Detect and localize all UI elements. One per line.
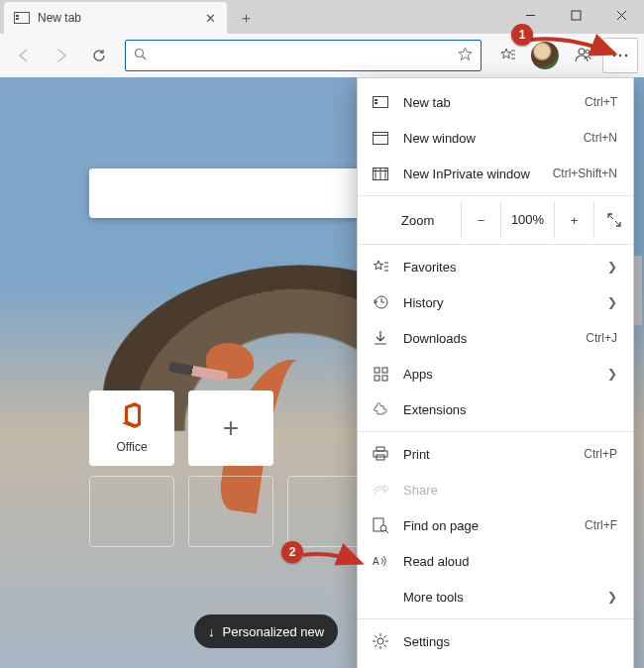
chevron-right-icon: ❯ [607, 367, 617, 381]
personalized-news-pill[interactable]: ↓ Personalized new [194, 614, 338, 648]
quick-tiles: Office + [89, 390, 376, 547]
menu-print[interactable]: Print Ctrl+P [358, 436, 633, 472]
back-button[interactable] [6, 38, 42, 73]
menu-more-tools[interactable]: More tools ❯ [358, 579, 633, 614]
window-titlebar: New tab ✕ ＋ [0, 0, 644, 34]
newtab-icon [372, 93, 389, 111]
svg-text:A: A [373, 556, 379, 567]
news-pill-label: Personalized new [223, 624, 325, 639]
down-arrow-icon: ↓ [208, 624, 215, 639]
find-icon [372, 516, 389, 534]
window-close-button[interactable] [598, 0, 644, 30]
menu-share: Share [358, 472, 633, 507]
menu-extensions[interactable]: Extensions [358, 391, 633, 427]
tab-close-button[interactable]: ✕ [201, 9, 219, 27]
menu-separator [358, 431, 633, 432]
newtab-page-icon [14, 10, 30, 26]
window-maximize-button[interactable] [553, 0, 598, 30]
menu-shortcut: Ctrl+P [584, 447, 617, 461]
svg-rect-20 [374, 132, 388, 144]
annotation-arrow-2 [301, 547, 371, 571]
svg-line-38 [385, 530, 388, 533]
menu-new-window[interactable]: New window Ctrl+N [358, 120, 633, 156]
scrollbar-thumb[interactable] [634, 256, 642, 325]
history-icon [372, 293, 389, 311]
chevron-right-icon: ❯ [607, 260, 617, 274]
tab-title: New tab [38, 11, 81, 25]
menu-shortcut: Ctrl+Shift+N [553, 167, 617, 180]
svg-rect-2 [16, 18, 19, 20]
tile-empty[interactable] [188, 476, 273, 547]
tile-add[interactable]: + [188, 390, 273, 466]
svg-point-16 [625, 55, 627, 56]
annotation-badge-1: 1 [511, 24, 533, 46]
menu-new-inprivate[interactable]: New InPrivate window Ctrl+Shift+N [358, 156, 633, 191]
zoom-in-button[interactable]: + [554, 201, 593, 239]
menu-apps[interactable]: Apps ❯ [358, 356, 633, 391]
menu-label: New InPrivate window [403, 167, 539, 181]
menu-separator [358, 244, 633, 245]
svg-rect-4 [572, 11, 581, 20]
read-aloud-icon: A [372, 552, 389, 570]
menu-label: Print [403, 447, 570, 462]
annotation-badge-2: 2 [281, 541, 303, 563]
menu-label: More tools [403, 590, 593, 605]
tile-office[interactable]: Office [89, 390, 174, 466]
tile-empty[interactable] [89, 476, 174, 547]
menu-separator [358, 195, 633, 196]
menu-new-tab[interactable]: New tab Ctrl+T [358, 84, 633, 120]
office-icon [121, 402, 143, 434]
svg-line-48 [375, 645, 376, 647]
annotation-arrow-1 [529, 34, 623, 63]
menu-favorites[interactable]: Favorites ❯ [358, 249, 633, 284]
menu-shortcut: Ctrl+J [586, 331, 617, 345]
inprivate-icon [372, 165, 389, 182]
browser-tab[interactable]: New tab ✕ [4, 2, 227, 34]
svg-line-24 [615, 221, 620, 226]
fullscreen-button[interactable] [593, 201, 633, 239]
menu-separator [358, 618, 633, 619]
svg-line-47 [384, 635, 386, 637]
menu-label: Extensions [403, 402, 617, 417]
settings-and-more-menu: New tab Ctrl+T New window Ctrl+N New InP… [357, 77, 634, 668]
menu-find-on-page[interactable]: Find on page Ctrl+F [358, 507, 633, 543]
menu-shortcut: Ctrl+N [584, 131, 617, 145]
menu-help[interactable]: Help and feedback ❯ [358, 659, 633, 668]
window-minimize-button[interactable] [507, 0, 553, 30]
menu-downloads[interactable]: Downloads Ctrl+J [358, 320, 633, 356]
svg-rect-33 [376, 447, 384, 451]
star-list-icon [372, 258, 389, 276]
zoom-out-button[interactable]: − [461, 201, 500, 239]
svg-rect-31 [375, 376, 379, 381]
menu-settings[interactable]: Settings [358, 623, 633, 659]
download-icon [372, 329, 389, 347]
svg-rect-1 [16, 15, 19, 17]
vertical-scrollbar[interactable] [634, 77, 642, 668]
menu-label: Favorites [403, 260, 593, 275]
svg-rect-19 [375, 102, 377, 104]
apps-icon [372, 365, 389, 383]
menu-shortcut: Ctrl+F [585, 518, 617, 532]
add-favorite-icon[interactable] [458, 47, 473, 64]
svg-point-7 [136, 50, 144, 57]
menu-read-aloud[interactable]: A Read aloud [358, 543, 633, 579]
address-bar[interactable] [125, 40, 482, 71]
new-tab-button[interactable]: ＋ [231, 3, 261, 33]
menu-label: Downloads [403, 331, 572, 346]
svg-rect-18 [375, 99, 377, 101]
svg-rect-34 [374, 451, 387, 457]
svg-line-8 [143, 56, 147, 60]
zoom-label: Zoom [358, 213, 461, 228]
menu-label: New tab [403, 95, 571, 110]
svg-rect-29 [375, 368, 379, 373]
menu-zoom-row: Zoom − 100% + [358, 200, 633, 240]
extensions-icon [372, 400, 389, 418]
menu-label: History [403, 295, 593, 310]
refresh-button[interactable] [81, 38, 117, 73]
forward-button[interactable] [44, 38, 79, 73]
print-icon [372, 445, 389, 463]
tile-label: Office [116, 440, 147, 454]
menu-label: Find on page [403, 518, 571, 533]
menu-label: New window [403, 131, 570, 146]
menu-history[interactable]: History ❯ [358, 284, 633, 320]
